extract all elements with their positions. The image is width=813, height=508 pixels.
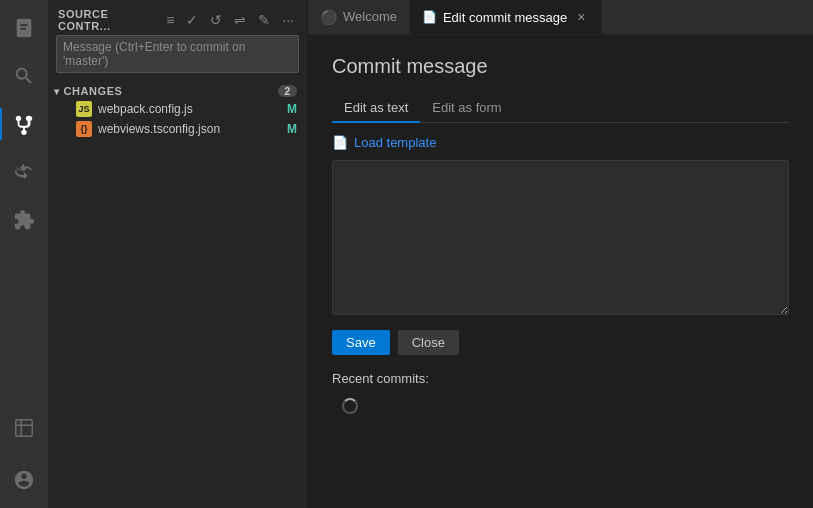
tab-welcome-label: Welcome [343, 9, 397, 24]
webpack-filename: webpack.config.js [98, 102, 287, 116]
subtab-row: Edit as text Edit as form [332, 94, 789, 123]
changes-count-badge: 2 [278, 85, 297, 97]
commit-textarea[interactable] [332, 160, 789, 315]
changes-header[interactable]: ▾ CHANGES 2 [48, 83, 307, 99]
recent-commits-label: Recent commits: [332, 371, 789, 386]
tab-close-icon[interactable]: × [573, 9, 589, 25]
fetch-icon[interactable]: ⇌ [231, 10, 249, 30]
refresh-icon[interactable]: ↺ [207, 10, 225, 30]
editor-pane: Commit message Edit as text Edit as form… [308, 35, 813, 508]
more-actions-icon[interactable]: ··· [279, 10, 297, 30]
tsconfig-filename: webviews.tsconfig.json [98, 122, 287, 136]
changes-section: ▾ CHANGES 2 JS webpack.config.js M {} we… [48, 79, 307, 143]
activity-bar [0, 0, 48, 508]
run-debug-icon[interactable] [0, 148, 48, 196]
tab-welcome[interactable]: ⚫ Welcome [308, 0, 410, 34]
webpack-status: M [287, 102, 297, 116]
edit-icon[interactable]: ✎ [255, 10, 273, 30]
close-button[interactable]: Close [398, 330, 459, 355]
sidebar-header: Source Contr... ≡ ✓ ↺ ⇌ ✎ ··· [48, 0, 307, 35]
tab-edit-commit[interactable]: 📄 Edit commit message × [410, 0, 602, 34]
extensions-icon[interactable] [0, 196, 48, 244]
vs-icon: ⚫ [320, 9, 337, 25]
loading-spinner [342, 398, 358, 414]
tsconfig-status: M [287, 122, 297, 136]
file-item-webpack[interactable]: JS webpack.config.js M [48, 99, 307, 119]
save-button[interactable]: Save [332, 330, 390, 355]
test-icon[interactable] [0, 404, 48, 452]
file-item-tsconfig[interactable]: {} webviews.tsconfig.json M [48, 119, 307, 139]
search-icon[interactable] [0, 52, 48, 100]
explorer-icon[interactable] [0, 4, 48, 52]
tab-bar: ⚫ Welcome 📄 Edit commit message × [308, 0, 813, 35]
subtab-edit-form[interactable]: Edit as form [420, 94, 513, 123]
tsconfig-file-icon: {} [76, 121, 92, 137]
account-icon[interactable] [0, 456, 48, 504]
tab-edit-commit-label: Edit commit message [443, 10, 567, 25]
main-content: ⚫ Welcome 📄 Edit commit message × Commit… [308, 0, 813, 508]
changes-label: CHANGES [64, 85, 123, 97]
load-template-row[interactable]: 📄 Load template [332, 135, 789, 150]
subtab-edit-text[interactable]: Edit as text [332, 94, 420, 123]
hamburger-icon[interactable]: ≡ [163, 10, 177, 30]
sidebar: Source Contr... ≡ ✓ ↺ ⇌ ✎ ··· Message (C… [48, 0, 308, 508]
sidebar-title: Source Contr... [58, 8, 163, 32]
button-row: Save Close [332, 330, 789, 355]
webpack-file-icon: JS [76, 101, 92, 117]
sidebar-header-icons: ≡ ✓ ↺ ⇌ ✎ ··· [163, 10, 297, 30]
chevron-down-icon: ▾ [54, 86, 60, 97]
source-control-icon[interactable] [0, 100, 48, 148]
commit-message-input[interactable]: Message (Ctrl+Enter to commit on 'master… [56, 35, 299, 73]
commit-message-title: Commit message [332, 55, 789, 78]
edit-commit-file-icon: 📄 [422, 10, 437, 24]
load-template-label[interactable]: Load template [354, 135, 436, 150]
commit-check-icon[interactable]: ✓ [183, 10, 201, 30]
load-template-icon: 📄 [332, 135, 348, 150]
